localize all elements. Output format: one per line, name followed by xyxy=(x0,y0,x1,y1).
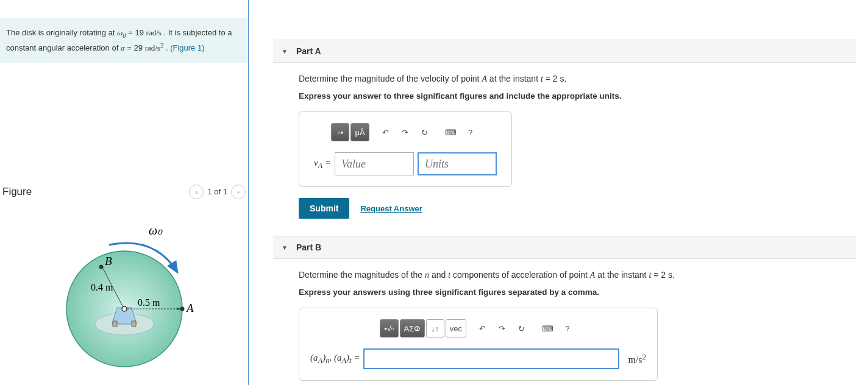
svg-text:A: A xyxy=(185,302,194,314)
part-b-answer-box: ▪√▫ ΑΣΦ ↓↑ vec ↶ ↷ ↻ ⌨ ? (aA)n, (aA)t = … xyxy=(299,308,658,381)
figure-diagram: ω₀ B 0.4 m 0.5 m A xyxy=(2,211,246,370)
request-answer-link[interactable]: Request Answer xyxy=(360,204,422,213)
svg-text:0.5 m: 0.5 m xyxy=(138,297,160,308)
svg-text:0.4 m: 0.4 m xyxy=(91,282,113,292)
part-a-title: Part A xyxy=(296,46,321,56)
part-a-question: Determine the magnitude of the velocity … xyxy=(299,74,856,84)
vector-button[interactable]: vec xyxy=(446,319,466,337)
keyboard-button[interactable]: ⌨ xyxy=(538,319,557,337)
keyboard-button[interactable]: ⌨ xyxy=(441,123,460,141)
answer-input[interactable] xyxy=(363,348,619,369)
units-button[interactable]: μÅ xyxy=(350,123,369,141)
caret-down-icon: ▼ xyxy=(282,244,288,251)
units-input[interactable] xyxy=(418,152,497,175)
figure-link[interactable]: (Figure 1) xyxy=(170,43,204,52)
svg-point-2 xyxy=(122,306,127,311)
subscript-button[interactable]: ↓↑ xyxy=(426,319,444,337)
redo-button[interactable]: ↷ xyxy=(396,123,414,141)
value-input[interactable] xyxy=(335,152,414,175)
part-a-var-label: vA = xyxy=(314,158,331,171)
help-button[interactable]: ? xyxy=(461,123,480,141)
figure-title: Figure xyxy=(2,186,32,198)
figure-counter: 1 of 1 xyxy=(207,187,227,196)
caret-down-icon: ▼ xyxy=(282,48,288,55)
undo-button[interactable]: ↶ xyxy=(474,319,492,337)
templates-button[interactable]: ▫▪ xyxy=(331,123,349,141)
part-b-unit: m/s2 xyxy=(628,352,646,366)
submit-button[interactable]: Submit xyxy=(299,198,349,219)
templates-button[interactable]: ▪√▫ xyxy=(380,319,398,337)
help-button[interactable]: ? xyxy=(558,319,577,337)
symbols-button[interactable]: ΑΣΦ xyxy=(400,319,425,337)
svg-text:B: B xyxy=(105,255,112,267)
figure-next-button[interactable]: › xyxy=(231,185,246,199)
part-a-answer-box: ▫▪ μÅ ↶ ↷ ↻ ⌨ ? vA = xyxy=(299,111,512,187)
svg-rect-3 xyxy=(113,321,117,327)
problem-statement: The disk is originally rotating at ω0 = … xyxy=(0,18,248,63)
part-b-var-label: (aA)n, (aA)t = xyxy=(310,353,360,366)
svg-text:ω₀: ω₀ xyxy=(149,224,163,237)
svg-point-6 xyxy=(99,264,103,269)
svg-rect-4 xyxy=(132,321,136,327)
part-a-instruction: Express your answer to three significant… xyxy=(299,91,856,101)
part-b-instruction: Express your answers using three signifi… xyxy=(299,288,856,297)
part-b-header[interactable]: ▼ Part B xyxy=(273,236,856,259)
part-b-question: Determine the magnitudes of the n and t … xyxy=(299,270,856,280)
reset-button[interactable]: ↻ xyxy=(416,123,434,141)
part-a-header[interactable]: ▼ Part A xyxy=(273,40,856,63)
svg-point-10 xyxy=(180,306,184,311)
undo-button[interactable]: ↶ xyxy=(377,123,395,141)
reset-button[interactable]: ↻ xyxy=(513,319,531,337)
part-b-title: Part B xyxy=(296,242,321,252)
figure-prev-button[interactable]: ‹ xyxy=(189,185,204,199)
redo-button[interactable]: ↷ xyxy=(493,319,511,337)
